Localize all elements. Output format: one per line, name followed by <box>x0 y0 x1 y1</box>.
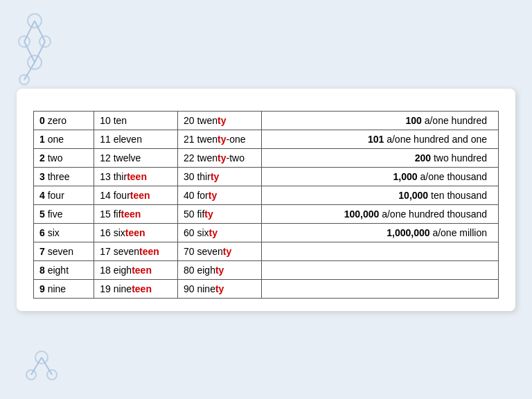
cell-r8-c1: 18 eighteen <box>94 260 178 279</box>
cell-r5-c1: 15 fifteen <box>94 204 178 223</box>
card: 0 zero10 ten20 twenty100 a/one hundred1 … <box>17 89 515 311</box>
cell-r9-c1: 19 nineteen <box>94 279 178 298</box>
cell-r8-c2: 80 eighty <box>177 260 261 279</box>
cell-r2-c3: 200 two hundred <box>261 148 498 167</box>
table-row: 3 three13 thirteen30 thirty1,000 a/one t… <box>34 167 499 186</box>
table-row: 8 eight18 eighteen80 eighty <box>34 260 499 279</box>
table-row: 0 zero10 ten20 twenty100 a/one hundred <box>34 111 499 130</box>
cardinal-numbers-table: 0 zero10 ten20 twenty100 a/one hundred1 … <box>33 111 499 299</box>
table-row: 2 two12 twelve22 twenty-two200 two hundr… <box>34 148 499 167</box>
cell-r2-c0: 2 two <box>34 148 94 167</box>
molecule-decoration-bottom <box>21 351 62 392</box>
cell-r7-c1: 17 seventeen <box>94 242 178 260</box>
cell-r2-c2: 22 twenty-two <box>177 148 261 167</box>
table-row: 9 nine19 nineteen90 ninety <box>34 279 499 298</box>
cell-r1-c0: 1 one <box>34 130 94 148</box>
cell-r6-c0: 6 six <box>34 223 94 242</box>
cell-r4-c2: 40 forty <box>177 186 261 204</box>
cell-r3-c0: 3 three <box>34 167 94 186</box>
table-row: 6 six16 sixteen60 sixty1,000,000 a/one m… <box>34 223 499 242</box>
cell-r1-c1: 11 eleven <box>94 130 178 148</box>
svg-line-4 <box>24 62 35 80</box>
cell-r0-c0: 0 zero <box>34 111 94 130</box>
cell-r8-c0: 8 eight <box>34 260 94 279</box>
cell-r5-c2: 50 fifty <box>177 204 261 223</box>
cell-r3-c2: 30 thirty <box>177 167 261 186</box>
cell-r9-c0: 9 nine <box>34 279 94 298</box>
table-row: 7 seven17 seventeen70 seventy <box>34 242 499 260</box>
cell-r3-c1: 13 thirteen <box>94 167 178 186</box>
cell-r4-c3: 10,000 ten thousand <box>261 186 498 204</box>
table-row: 4 four14 fourteen40 forty10,000 ten thou… <box>34 186 499 204</box>
cell-r7-c2: 70 seventy <box>177 242 261 260</box>
cell-r5-c0: 5 five <box>34 204 94 223</box>
molecule-decoration-top <box>7 7 62 90</box>
cell-r7-c0: 7 seven <box>34 242 94 260</box>
cell-r6-c3: 1,000,000 a/one million <box>261 223 498 242</box>
cell-r3-c3: 1,000 a/one thousand <box>261 167 498 186</box>
cell-r0-c2: 20 twenty <box>177 111 261 130</box>
cell-r4-c0: 4 four <box>34 186 94 204</box>
table-row: 1 one11 eleven21 twenty-one101 a/one hun… <box>34 130 499 148</box>
table-row: 5 five15 fifteen50 fifty100,000 a/one hu… <box>34 204 499 223</box>
cell-r4-c1: 14 fourteen <box>94 186 178 204</box>
cell-r1-c2: 21 twenty-one <box>177 130 261 148</box>
cell-r9-c2: 90 ninety <box>177 279 261 298</box>
cell-r8-c3 <box>261 260 498 279</box>
cell-r0-c3: 100 a/one hundred <box>261 111 498 130</box>
cell-r9-c3 <box>261 279 498 298</box>
cell-r6-c1: 16 sixteen <box>94 223 178 242</box>
cell-r6-c2: 60 sixty <box>177 223 261 242</box>
cell-r1-c3: 101 a/one hundred and one <box>261 130 498 148</box>
cell-r2-c1: 12 twelve <box>94 148 178 167</box>
cell-r7-c3 <box>261 242 498 260</box>
cell-r0-c1: 10 ten <box>94 111 178 130</box>
cell-r5-c3: 100,000 a/one hundred thousand <box>261 204 498 223</box>
